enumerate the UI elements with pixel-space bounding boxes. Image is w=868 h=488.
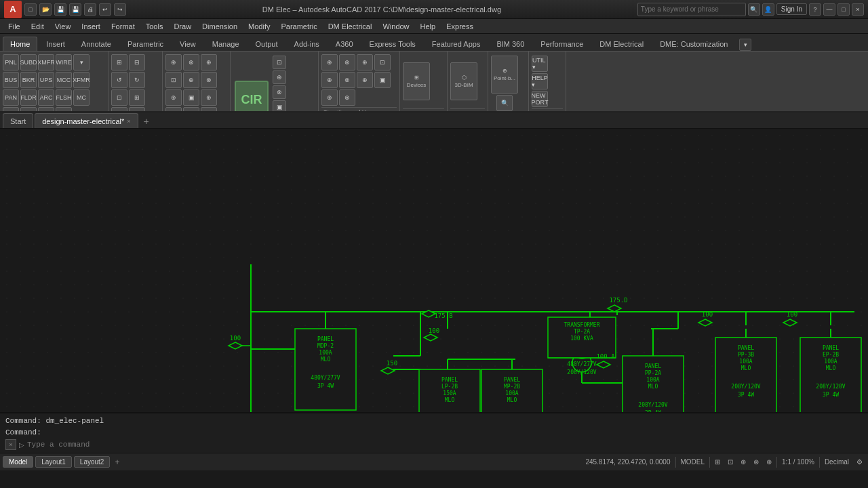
tab-bim360[interactable]: BIM 360 — [489, 37, 532, 51]
status-polar[interactable]: ⊗ — [751, 458, 762, 466]
tab-design-master[interactable]: design-master-electrical* × — [35, 113, 138, 128]
menu-view[interactable]: View — [50, 19, 77, 34]
rb-pan[interactable]: PAN — [3, 89, 19, 106]
rb-xmfr[interactable]: XMFR — [38, 54, 54, 70]
tab-home[interactable]: Home — [3, 37, 37, 51]
rb-h2[interactable]: ⊗ — [339, 54, 355, 70]
rb-arc[interactable]: ARC — [38, 89, 54, 106]
rb-new-port[interactable]: NEW PORT — [532, 91, 548, 107]
rb-rpan[interactable]: RPAN — [56, 107, 72, 113]
menu-dm-electrical[interactable]: DM Electrical — [323, 19, 378, 34]
rb-c1[interactable]: ⊡ — [273, 56, 286, 69]
tab-add-button[interactable]: + — [140, 115, 153, 128]
layout-tab-layout1[interactable]: Layout1 — [35, 456, 72, 468]
rb-snap2[interactable]: ⊟ — [129, 54, 145, 70]
help-icon[interactable]: ? — [809, 3, 821, 16]
cmd-input-field[interactable] — [27, 441, 863, 449]
tab-a360[interactable]: A360 — [328, 37, 361, 51]
tab-start[interactable]: Start — [3, 113, 33, 128]
status-osnap[interactable]: ⊕ — [764, 458, 774, 466]
rb-t5[interactable]: ⊕ — [183, 72, 199, 88]
rb-h5[interactable]: ⊕ — [321, 72, 338, 88]
tab-express-tools[interactable]: Express Tools — [362, 37, 423, 51]
rb-snap4[interactable]: ↻ — [129, 72, 145, 88]
maximize-btn[interactable]: □ — [837, 3, 850, 16]
rb-more1[interactable]: ▾ — [73, 54, 90, 70]
menu-help[interactable]: Help — [415, 19, 441, 34]
status-grid[interactable]: ⊞ — [712, 458, 723, 466]
rb-bus[interactable]: BUS — [3, 72, 19, 88]
menu-window[interactable]: Window — [377, 19, 414, 34]
tab-dm-electrical[interactable]: DM Electrical — [592, 37, 651, 51]
rb-h8[interactable]: ▣ — [374, 72, 391, 88]
rb-snap8[interactable]: ⊡ — [129, 107, 145, 113]
redo-btn[interactable]: ↪ — [114, 3, 126, 16]
minimize-btn[interactable]: — — [823, 3, 835, 16]
rb-ts[interactable]: TS — [20, 107, 37, 113]
status-ortho[interactable]: ⊕ — [738, 458, 749, 466]
search-icon[interactable]: 🔍 — [748, 3, 760, 16]
status-snap[interactable]: ⊡ — [725, 458, 736, 466]
layout-tab-layout2[interactable]: Layout2 — [74, 456, 111, 468]
menu-insert[interactable]: Insert — [76, 19, 106, 34]
devices-button[interactable]: ⊞ Devices — [403, 62, 430, 100]
rb-gen[interactable]: GEN — [3, 107, 19, 113]
rb-t3[interactable]: ⊕ — [201, 54, 217, 70]
rb-c2[interactable]: ⊕ — [273, 70, 286, 84]
undo-btn[interactable]: ↩ — [99, 3, 111, 16]
rb-bkr[interactable]: BKR — [20, 72, 37, 88]
rb-t7[interactable]: ⊕ — [165, 89, 182, 106]
layout-tab-add[interactable]: + — [112, 458, 122, 467]
menu-draw[interactable]: Draw — [168, 19, 197, 34]
tab-insert[interactable]: Insert — [39, 37, 73, 51]
save-btn[interactable]: 💾 — [54, 3, 66, 16]
signin-button[interactable]: Sign In — [776, 3, 807, 15]
menu-tools[interactable]: Tools — [140, 19, 169, 34]
menu-file[interactable]: File — [3, 19, 26, 34]
rb-h6[interactable]: ⊗ — [339, 72, 355, 88]
rb-flsh[interactable]: FLSH — [56, 89, 72, 106]
rb-wire[interactable]: WIRE — [56, 54, 72, 70]
tab-view[interactable]: View — [172, 37, 203, 51]
rb-util[interactable]: UTIL ▾ — [532, 56, 548, 72]
tab-output[interactable]: Output — [248, 37, 285, 51]
rb-help[interactable]: HELP ▾ — [532, 73, 548, 89]
tab-addins[interactable]: Add-ins — [287, 37, 327, 51]
rb-mcc[interactable]: MCC — [56, 72, 72, 88]
rb-ups[interactable]: UPS — [38, 72, 54, 88]
rb-snap6[interactable]: ⊞ — [129, 89, 145, 106]
rb-h7[interactable]: ⊕ — [357, 72, 373, 88]
rb-t4[interactable]: ⊡ — [165, 72, 182, 88]
menu-edit[interactable]: Edit — [26, 19, 50, 34]
menu-format[interactable]: Format — [106, 19, 140, 34]
rb-t12[interactable]: ⊕ — [201, 107, 217, 113]
rb-t10[interactable]: ⊗ — [165, 107, 182, 113]
cir-button[interactable]: CIR — [235, 81, 269, 113]
status-units[interactable]: Decimal — [822, 458, 852, 466]
saveas-btn[interactable]: 💾 — [69, 3, 81, 16]
tab-close-icon[interactable]: × — [127, 118, 130, 125]
rb-h4[interactable]: ⊡ — [374, 54, 391, 70]
open-btn[interactable]: 📂 — [39, 3, 52, 16]
rb-t8[interactable]: ▣ — [183, 89, 199, 106]
rb-fldr[interactable]: FLDR — [20, 89, 37, 106]
drawing-canvas[interactable]: PANEL MDP-2 100A MLO 480Y/277V 3P 4W PAN… — [0, 129, 868, 412]
rb-h10[interactable]: ⊗ — [339, 89, 355, 106]
rb-pnl[interactable]: PNL — [3, 54, 19, 70]
new-btn[interactable]: □ — [24, 3, 37, 16]
status-settings[interactable]: ⚙ — [854, 458, 865, 466]
rb-snap1[interactable]: ⊞ — [111, 54, 127, 70]
print-btn[interactable]: 🖨 — [84, 3, 96, 16]
rb-t11[interactable]: ⊡ — [183, 107, 199, 113]
tab-parametric[interactable]: Parametric — [120, 37, 171, 51]
titlebar-search[interactable] — [637, 3, 746, 16]
tab-manage[interactable]: Manage — [205, 37, 247, 51]
pointb-button[interactable]: ⊕ Point-b... — [491, 56, 518, 94]
rb-c3[interactable]: ⊗ — [273, 85, 286, 99]
rb-snap7[interactable]: ⊟ — [111, 107, 127, 113]
layout-tab-model[interactable]: Model — [3, 456, 33, 468]
rb-lvd[interactable]: LVD — [38, 107, 54, 113]
rb-snap5[interactable]: ⊡ — [111, 89, 127, 106]
bim3d-button[interactable]: ⬡ 3D-BIM — [450, 62, 477, 100]
rb-t1[interactable]: ⊕ — [165, 54, 182, 70]
